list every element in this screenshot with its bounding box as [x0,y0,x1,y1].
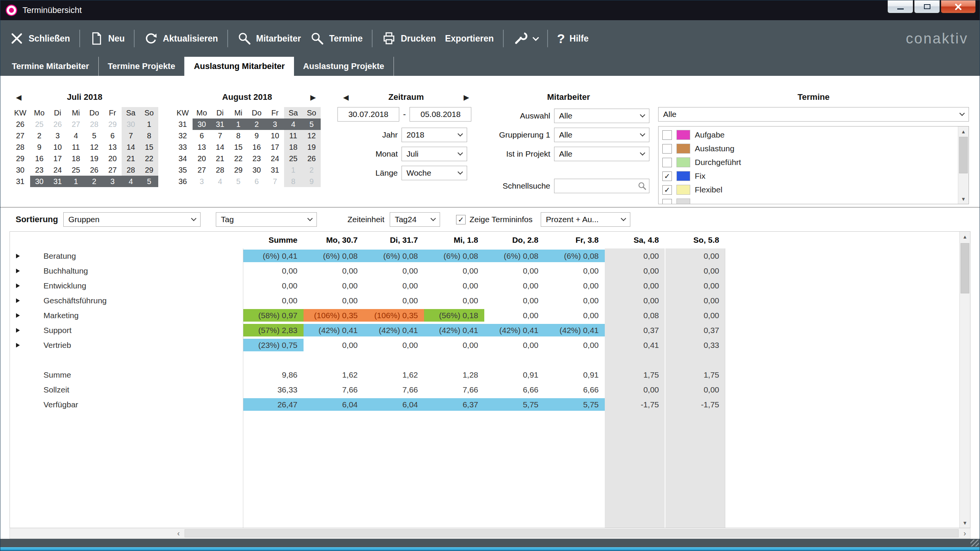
calendar-day[interactable]: 8 [229,130,247,141]
maximize-button[interactable] [914,0,940,13]
calendar-day[interactable]: 5 [140,176,158,187]
mitarbeiter-button[interactable]: Mitarbeiter [237,31,301,46]
scroll-right-icon[interactable]: › [959,528,970,538]
calendar-day[interactable]: 2 [30,130,48,141]
calendar-day[interactable]: 3 [103,176,122,187]
termine-list-item[interactable] [662,197,956,204]
calendar-day[interactable]: 27 [193,164,211,176]
row-expand-cell[interactable] [10,263,33,278]
calendar-week-number[interactable]: 33 [173,141,193,153]
row-expand-cell[interactable] [10,338,33,352]
resize-grip[interactable] [970,540,979,546]
calendar-day[interactable]: 9 [247,130,266,141]
scroll-down-icon[interactable]: ▼ [958,194,969,204]
calendar-day[interactable]: 6 [247,176,266,187]
column-header[interactable]: Mi, 1.8 [424,232,484,248]
calendar-week-number[interactable]: 35 [173,164,193,176]
calendar-day[interactable]: 30 [122,119,140,130]
checkbox[interactable] [662,144,672,154]
row-expand-cell[interactable] [10,323,33,338]
calendar-day[interactable]: 25 [67,164,85,176]
calendar-day[interactable]: 3 [193,176,211,187]
tab-auslastung-projekte[interactable]: Auslastung Projekte [294,57,394,76]
calendar-day[interactable]: 25 [30,119,48,130]
schliessen-button[interactable]: Schließen [10,31,70,46]
drucken-button[interactable]: Drucken [382,31,436,46]
calendar-day[interactable]: 28 [211,164,229,176]
calendar-week-number[interactable]: 36 [173,176,193,187]
calendar-day[interactable]: 8 [284,176,302,187]
zeige-termininfos-checkbox[interactable]: ✓ [456,215,466,224]
scroll-up-icon[interactable]: ▲ [958,127,969,136]
expand-arrow-icon[interactable] [16,254,20,258]
expand-arrow-icon[interactable] [16,343,20,348]
calendar-day[interactable]: 1 [284,164,302,176]
row-expand-cell[interactable] [10,278,33,293]
checkbox[interactable] [662,199,672,205]
group-name[interactable]: Marketing [33,308,243,323]
date-to-input[interactable] [410,107,471,122]
calendar-day[interactable]: 19 [302,141,321,153]
calendar-day[interactable]: 29 [103,119,122,130]
calendar-day[interactable]: 15 [140,141,158,153]
group-name[interactable]: Buchhaltung [33,263,243,278]
close-button[interactable] [941,0,976,13]
termine-button[interactable]: Termine [310,31,363,46]
calendar-day[interactable]: 1 [229,119,247,130]
calendar-day[interactable]: 1 [67,176,85,187]
calendar-day[interactable]: 27 [67,119,85,130]
scroll-up-icon[interactable]: ▲ [960,232,970,242]
expand-arrow-icon[interactable] [16,298,20,303]
anzeige-modus-select[interactable]: Tag [216,212,317,227]
termine-list-item[interactable]: Aufgabe [662,128,956,142]
calendar-day[interactable]: 30 [30,176,48,187]
prozent-anzeige-select[interactable]: Prozent + Au... [541,212,630,227]
column-header[interactable]: So, 5.8 [665,232,725,248]
calendar-day[interactable]: 10 [266,130,284,141]
calendar-prev-icon[interactable]: ◀ [10,93,27,102]
calendar-day[interactable]: 30 [193,119,211,130]
ist-in-projekt-select[interactable]: Alle [554,147,649,161]
row-expand-cell[interactable] [10,248,33,263]
calendar-day[interactable]: 28 [85,119,103,130]
column-header[interactable]: Di, 31.7 [364,232,424,248]
column-header[interactable]: Summe [243,232,304,248]
calendar-day[interactable]: 11 [67,141,85,153]
scroll-down-icon[interactable]: ▼ [960,518,970,528]
calendar-day[interactable]: 4 [67,130,85,141]
calendar-day[interactable]: 23 [30,164,48,176]
tab-auslastung-mitarbeiter[interactable]: Auslastung Mitarbeiter [185,57,294,76]
calendar-day[interactable]: 26 [302,153,321,164]
calendar-day[interactable]: 22 [229,153,247,164]
termine-list-item[interactable]: ✓Flexibel [662,183,956,197]
calendar-day[interactable]: 20 [103,153,122,164]
calendar-day[interactable]: 31 [211,119,229,130]
calendar-day[interactable]: 12 [302,130,321,141]
termine-list-item[interactable]: ✓Fix [662,169,956,183]
calendar-week-number[interactable]: 31 [173,119,193,130]
calendar-day[interactable]: 16 [247,141,266,153]
calendar-day[interactable]: 5 [302,119,321,130]
calendar-day[interactable]: 2 [247,119,266,130]
jahr-select[interactable]: 2018 [402,128,467,142]
calendar-day[interactable]: 10 [48,141,67,153]
calendar-day[interactable]: 8 [140,130,158,141]
calendar-week-number[interactable]: 29 [10,153,30,164]
calendar-day[interactable]: 14 [122,141,140,153]
calendar-week-number[interactable]: 26 [10,119,30,130]
calendar-day[interactable]: 7 [122,130,140,141]
sortierung-select[interactable]: Gruppen [63,212,201,227]
scroll-left-icon[interactable]: ‹ [173,528,184,538]
scrollbar-thumb[interactable] [959,137,968,173]
calendar-day[interactable]: 15 [229,141,247,153]
gruppierung-select[interactable]: Alle [554,128,649,142]
calendar-day[interactable]: 27 [103,164,122,176]
group-name[interactable]: Entwicklung [33,278,243,293]
calendar-day[interactable]: 23 [247,153,266,164]
calendar-day[interactable]: 24 [266,153,284,164]
calendar-day[interactable]: 9 [302,176,321,187]
hilfe-button[interactable]: ? Hilfe [557,31,589,46]
calendar-day[interactable]: 29 [140,164,158,176]
zeitraum-prev-icon[interactable]: ◀ [337,93,354,102]
calendar-day[interactable]: 1 [140,119,158,130]
